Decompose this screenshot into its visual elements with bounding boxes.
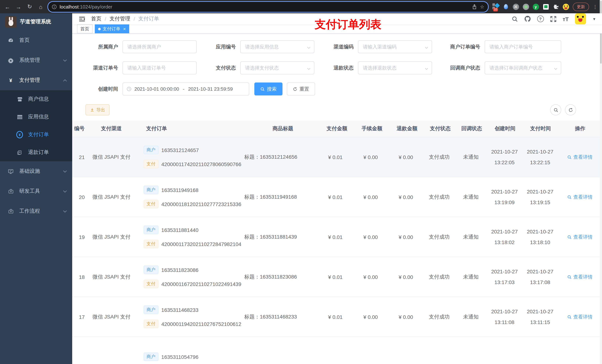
show-search-toggle-button[interactable] [550, 104, 561, 115]
reset-button[interactable]: 重置 [287, 83, 315, 95]
export-button[interactable]: 导出 [86, 104, 110, 115]
merchant-tag: 商户 [144, 226, 159, 234]
merchant-input[interactable] [127, 44, 193, 50]
channel-code-select[interactable] [362, 44, 428, 50]
notify-status-select[interactable] [489, 65, 557, 71]
date-end: 2021-10-31 23:59:59 [188, 86, 233, 92]
chevron-down-icon [307, 44, 311, 50]
refresh-table-button[interactable] [565, 104, 576, 115]
sidebar-item-payment[interactable]: ¥ 支付管理 [0, 70, 72, 90]
merchant-order-line: 商户 1635311949168 [144, 186, 198, 194]
view-detail-link[interactable]: 查看详情 [567, 234, 592, 240]
app-header: 首页 / 支付管理 / 支付订单 支付订单列表 ? [72, 13, 602, 24]
order-id: 19 [72, 217, 85, 257]
pay-status: 支付成功 [424, 137, 455, 177]
app-logo: 芋道管理系统 [0, 13, 72, 30]
pay-status-select[interactable] [244, 65, 310, 71]
reload-icon[interactable]: ↻ [25, 2, 34, 11]
refund-amount: ¥ 0.00 [388, 137, 423, 177]
help-icon[interactable]: ? [537, 16, 544, 22]
page-annotation: 支付订单列表 [315, 17, 381, 32]
back-icon[interactable]: ← [3, 2, 12, 11]
view-detail-link[interactable]: 查看详情 [567, 194, 592, 200]
view-detail-link[interactable]: 查看详情 [567, 313, 592, 320]
clock-icon [127, 87, 131, 91]
extension-icon[interactable] [542, 3, 549, 10]
table-row: 21 微信 JSAPI 支付 商户 1635312124657 支付 42000… [72, 137, 602, 177]
chevron-down-icon [63, 190, 67, 193]
forward-icon[interactable]: → [14, 2, 23, 11]
breadcrumb-home[interactable]: 首页 [91, 16, 101, 22]
goods-title [240, 337, 318, 364]
sidebar-fold-icon[interactable] [79, 16, 85, 22]
goods-title: 标题：1635311949168 [240, 177, 318, 217]
merchant-order-no: 1635311881440 [161, 227, 198, 233]
extension-icon[interactable] [522, 3, 529, 10]
extensions-puzzle-icon[interactable] [552, 3, 559, 10]
sidebar-item-system[interactable]: 系统管理 [0, 50, 72, 70]
search-icon[interactable] [511, 16, 518, 22]
page-scrollbar[interactable] [600, 0, 602, 364]
sidebar-item-refund-order[interactable]: 退款订单 [0, 144, 72, 161]
extension-icon[interactable]: y [532, 3, 539, 10]
notify-status: 未通知 [455, 137, 487, 177]
search-button[interactable]: 搜索 [254, 83, 282, 95]
pay-status: 支付成功 [424, 177, 455, 217]
filter-merchant-order-no: 商户订单编号 [449, 40, 561, 53]
sidebar-item-infra[interactable]: 基础设施 [0, 161, 72, 181]
user-menu-caret-icon[interactable]: ▼ [592, 17, 596, 21]
view-detail-link[interactable]: 查看详情 [567, 154, 592, 160]
share-icon[interactable] [472, 4, 477, 9]
view-detail-link[interactable]: 查看详情 [567, 274, 592, 280]
pay-status: 支付成功 [424, 257, 455, 297]
extension-icon[interactable]: 10 [492, 3, 499, 10]
briefcase-icon [7, 209, 14, 214]
browser-menu-icon[interactable]: ⋮ [591, 4, 599, 10]
table-grid-icon [16, 114, 23, 120]
font-size-icon[interactable]: ᴛT [563, 16, 569, 22]
close-tab-icon[interactable]: ✕ [123, 27, 126, 31]
fullscreen-icon[interactable] [550, 16, 556, 22]
sidebar-item-workflow[interactable]: 工作流程 [0, 201, 72, 221]
sidebar-item-merchant-info[interactable]: 商户信息 [0, 90, 72, 108]
merchant-order-no-input[interactable] [489, 44, 557, 50]
merchant-order-no: 1635311823086 [161, 267, 198, 273]
pay-tag: 支付 [144, 280, 159, 288]
extension-icon[interactable]: ⌘ [512, 3, 519, 10]
date-range-picker[interactable]: 2021-10-01 00:00:00 - 2021-10-31 23:59:5… [123, 83, 249, 95]
url-path: :1024/pay/order [79, 4, 112, 10]
channel-order-no-input[interactable] [127, 65, 193, 71]
sidebar-item-pay-order[interactable]: ¥ 支付订单 [0, 126, 72, 144]
tab-home[interactable]: 首页 [77, 24, 93, 33]
bookmark-star-icon[interactable]: ☆ [480, 4, 484, 10]
col-pay-status: 支付状态 [424, 125, 456, 132]
filter-refund-status: 退款状态 [331, 62, 432, 74]
browser-update-button[interactable]: 更新 [573, 2, 589, 11]
extensions-area: 10 ⌘ y [491, 3, 570, 10]
chevron-down-icon [554, 65, 558, 71]
github-icon[interactable] [524, 16, 531, 22]
col-channel: 支付渠道 [85, 125, 133, 132]
merchant-tag: 商户 [144, 186, 159, 194]
url-bar[interactable]: localhost:1024/pay/order ☆ [47, 1, 489, 12]
app-select[interactable] [244, 44, 310, 50]
fee-amount: ¥ 0.00 [353, 177, 388, 217]
main-area: 首页 / 支付管理 / 支付订单 支付订单列表 ? [72, 13, 602, 364]
refund-status-select[interactable] [362, 65, 428, 71]
pay-tag: 支付 [144, 160, 159, 168]
sidebar-item-dev-tools[interactable]: 研发工具 [0, 181, 72, 201]
home-icon[interactable]: ⌂ [36, 2, 45, 11]
breadcrumb-payment[interactable]: 支付管理 [110, 16, 130, 22]
site-info-icon[interactable] [52, 4, 57, 9]
monitor-icon [7, 168, 14, 174]
sidebar-item-home[interactable]: 首页 [0, 30, 72, 50]
filter-app: 应用编号 [214, 40, 314, 53]
pay-tag: 支付 [144, 320, 159, 328]
user-avatar[interactable] [575, 13, 586, 24]
extension-icon[interactable] [502, 3, 509, 10]
sidebar-item-app-info[interactable]: 应用信息 [0, 108, 72, 126]
tab-pay-order[interactable]: 支付订单 ✕ [95, 24, 129, 33]
profile-avatar-icon[interactable] [562, 3, 569, 10]
fee-amount [353, 337, 388, 364]
merchant-order-line: 商户 1635312124657 [144, 146, 199, 154]
